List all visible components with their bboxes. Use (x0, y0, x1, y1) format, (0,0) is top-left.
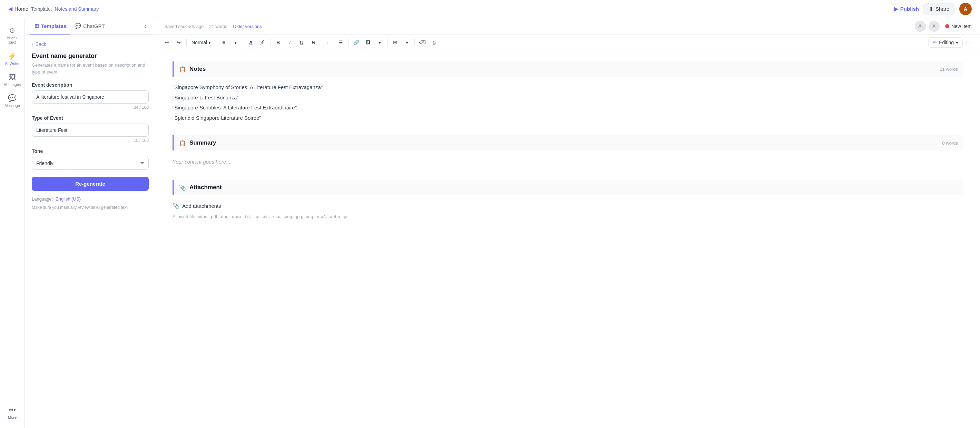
notes-section: 📋 Notes 21 words "Singapore Symphony of … (173, 61, 963, 124)
disclaimer-text: Make sure you manually review all AI gen… (32, 204, 149, 210)
top-bar-right: ▶ Publish ⬆ Share A (894, 3, 972, 15)
event-description-char-count: 34 / 100 (32, 105, 149, 110)
sidebar-item-brief-seo[interactable]: ⊙ Brief + SEO (2, 24, 24, 48)
attachment-section-title: Attachment (189, 184, 958, 191)
summary-icon: 📋 (179, 140, 186, 146)
tab-chatgpt-label: ChatGPT (83, 23, 105, 29)
toolbar-divider-2 (216, 39, 216, 46)
new-item-badge: New Item (945, 24, 972, 29)
notes-section-header: 📋 Notes 21 words (173, 61, 963, 76)
language-link[interactable]: English (US) (56, 196, 81, 202)
text-style-label: Normal (191, 40, 207, 45)
collaborator-avatar-2[interactable] (929, 21, 940, 32)
image-button[interactable]: 🖼 (362, 37, 373, 48)
align-chevron-button[interactable]: ▾ (230, 37, 241, 48)
tone-label: Tone (32, 148, 149, 154)
link-button[interactable]: 🔗 (351, 37, 362, 48)
publish-button[interactable]: ▶ Publish (894, 6, 919, 12)
language-prefix: Language: (32, 196, 53, 202)
summary-word-count: 0 words (942, 140, 958, 146)
image-chevron-button[interactable]: ▾ (374, 37, 385, 48)
type-of-event-field: Type of Event 15 / 100 (32, 115, 149, 143)
older-versions-link[interactable]: Older versions (233, 24, 262, 29)
bullet-list-button[interactable]: ≔ (323, 37, 334, 48)
svg-point-1 (933, 24, 935, 27)
share-icon: ⬆ (929, 6, 934, 12)
underline-button[interactable]: U (296, 37, 307, 48)
panel: ⊞ Templates 💬 ChatGPT ‹ ‹ Back Event nam… (25, 18, 156, 428)
notes-line-4: "Splendid Singapore Literature Soiree" (173, 113, 963, 123)
generator-title: Event name generator (32, 53, 149, 60)
strikethrough-button[interactable]: S (308, 37, 319, 48)
table-chevron-button[interactable]: ▾ (401, 37, 412, 48)
print-button[interactable]: ⎙ (429, 37, 440, 48)
ordered-list-button[interactable]: ☰ (335, 37, 346, 48)
type-char-count: 15 / 100 (32, 138, 149, 143)
sidebar-item-label-more: More (8, 415, 17, 420)
chatgpt-tab-icon: 💬 (75, 23, 81, 29)
editing-dropdown[interactable]: ✏ Editing ▾ (928, 37, 963, 48)
undo-button[interactable]: ↩ (161, 37, 173, 48)
highlight-button[interactable]: 🖊 (257, 37, 268, 48)
regenerate-label: Re-generate (75, 181, 105, 187)
back-link[interactable]: ‹ Back (32, 41, 149, 47)
attachment-section: 📎 Attachment 📎 Add attachments Allowed f… (173, 180, 963, 219)
regenerate-button[interactable]: Re-generate (32, 177, 149, 191)
tone-field: Tone Friendly Professional Casual Formal… (32, 148, 149, 170)
collaborator-avatar-1[interactable] (915, 21, 926, 32)
toolbar-divider-8 (414, 39, 415, 46)
italic-button[interactable]: I (284, 37, 295, 48)
back-arrow-icon: ‹ (32, 41, 33, 47)
sidebar-item-label-brief-seo: Brief + SEO (3, 36, 22, 45)
generator-description: Generates a name for an event based on d… (32, 62, 149, 75)
editor-meta-bar: Saved seconds ago 21 words Older version… (156, 18, 980, 35)
toolbar-more-button[interactable]: ⋯ (963, 37, 974, 48)
clear-format-button[interactable]: ⌫ (417, 37, 428, 48)
sidebar-item-more[interactable]: ••• More (2, 403, 24, 422)
attachment-section-header: 📎 Attachment (173, 180, 963, 195)
type-of-event-label: Type of Event (32, 115, 149, 121)
sidebar-item-ai-images[interactable]: 🖼 AI Images (2, 70, 24, 90)
brief-seo-icon: ⊙ (9, 26, 15, 35)
type-of-event-input[interactable] (32, 124, 149, 137)
breadcrumb: Template: Notes and Summary (31, 6, 99, 12)
templates-tab-icon: ⊞ (35, 23, 39, 29)
tone-select[interactable]: Friendly Professional Casual Formal Humo… (32, 157, 149, 170)
ai-writer-icon: ⚡ (8, 52, 17, 60)
notes-section-title: Notes (189, 65, 936, 73)
share-button[interactable]: ⬆ Share (923, 3, 955, 14)
tab-templates[interactable]: ⊞ Templates (30, 18, 70, 35)
attachment-allowed-types: Allowed file extns: .pdf, .doc, .docx, .… (173, 214, 963, 219)
text-color-button[interactable]: A (245, 37, 256, 48)
panel-content: ‹ Back Event name generator Generates a … (25, 35, 156, 428)
summary-section-header: 📋 Summary 0 words (173, 135, 963, 151)
add-attachments-button[interactable]: 📎 Add attachments (173, 199, 963, 213)
sidebar-item-message[interactable]: 💬 Message (2, 91, 24, 111)
sidebar-item-label-ai-writer: AI Writer (5, 61, 20, 66)
home-label[interactable]: Home (14, 6, 28, 12)
editor-area: Saved seconds ago 21 words Older version… (156, 18, 980, 428)
collapse-panel-button[interactable]: ‹ (140, 21, 150, 31)
language-note: Language: English (US) (32, 196, 149, 202)
text-style-dropdown[interactable]: Normal ▾ (189, 38, 213, 46)
sidebar-item-label-message: Message (5, 103, 20, 108)
tab-chatgpt[interactable]: 💬 ChatGPT (70, 18, 109, 35)
breadcrumb-link[interactable]: Notes and Summary (55, 6, 99, 12)
redo-button[interactable]: ↪ (173, 37, 184, 48)
summary-placeholder[interactable]: Your content goes here ... (173, 154, 963, 169)
align-left-button[interactable]: ≡ (218, 37, 229, 48)
editor-toolbar: ↩ ↪ Normal ▾ ≡ ▾ A 🖊 B I U S ≔ ☰ 🔗 🖼 ▾ (156, 35, 980, 50)
collaborators (915, 21, 940, 32)
editing-chevron-icon: ▾ (956, 40, 958, 45)
table-button[interactable]: ⊞ (390, 37, 401, 48)
bold-button[interactable]: B (273, 37, 284, 48)
home-link[interactable]: ◀ Home (8, 6, 28, 12)
sidebar-item-label-ai-images: AI Images (4, 83, 21, 87)
sidebar-item-ai-writer[interactable]: ⚡ AI Writer (2, 49, 24, 69)
notes-content[interactable]: "Singapore Symphony of Stories: A Litera… (173, 81, 963, 124)
event-description-input[interactable] (32, 91, 149, 103)
avatar[interactable]: A (959, 3, 972, 15)
ai-images-icon: 🖼 (9, 73, 16, 81)
summary-section-title: Summary (189, 140, 939, 146)
main-layout: ⊙ Brief + SEO ⚡ AI Writer 🖼 AI Images 💬 … (0, 18, 980, 428)
